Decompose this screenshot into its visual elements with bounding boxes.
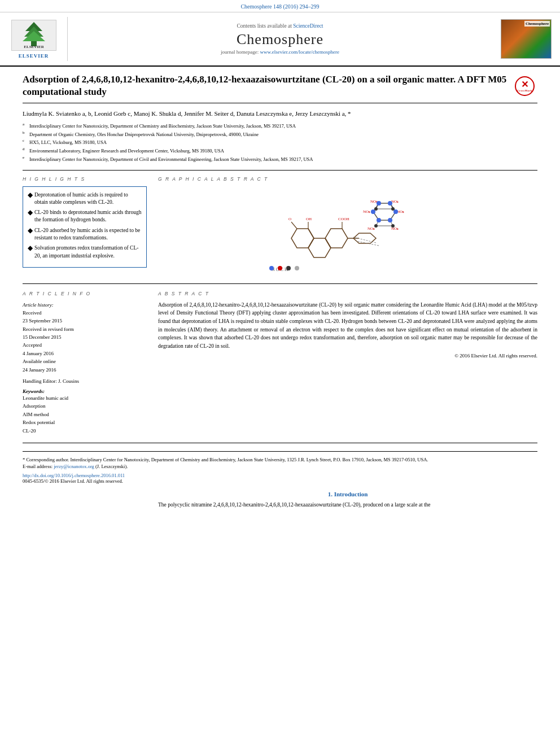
article-info-header: A R T I C L E I N F O bbox=[23, 291, 147, 296]
article-info: A R T I C L E I N F O Article history: R… bbox=[23, 291, 147, 435]
article-history: Article history: Received 23 September 2… bbox=[23, 301, 147, 374]
article-info-abstract-section: A R T I C L E I N F O Article history: R… bbox=[23, 291, 537, 443]
homepage-anchor[interactable]: www.elsevier.com/locate/chemosphere bbox=[260, 49, 339, 55]
intro-right-col: 1. Introduction The polycyclic nitramine… bbox=[158, 491, 537, 509]
email-link[interactable]: jerzy@icnanotox.org bbox=[54, 464, 94, 469]
available-date: 24 January 2016 bbox=[23, 367, 56, 373]
received-date: 23 September 2015 bbox=[23, 318, 62, 324]
elsevier-logo-image: ELSEVIER bbox=[11, 20, 56, 51]
highlights-header: H I G H L I G H T S bbox=[23, 176, 147, 182]
intro-left-col bbox=[23, 491, 147, 509]
graphical-abstract-header: G R A P H I C A L A B S T R A C T bbox=[158, 176, 537, 182]
keywords-title: Keywords: bbox=[23, 388, 147, 394]
page: Chemosphere 148 (2016) 294–299 ELSEVIER … bbox=[0, 0, 560, 747]
highlight-item-3: ◆ CL-20 adsorbed by humic acids is expec… bbox=[28, 227, 142, 242]
elsevier-logo-section: ELSEVIER ELSEVIER bbox=[0, 17, 68, 61]
affil-b-text: Department of Organic Chemistry, Oles Ho… bbox=[29, 131, 259, 138]
intro-number: 1. bbox=[328, 491, 333, 497]
accepted-date: 4 January 2016 bbox=[23, 351, 54, 356]
svg-text:NO₂: NO₂ bbox=[363, 209, 370, 214]
journal-cover: Chemosphere bbox=[492, 17, 560, 61]
crossmark: ✕ CrossMark bbox=[515, 76, 537, 96]
revised-date-row: 15 December 2015 bbox=[23, 333, 147, 341]
affiliation-e: e Interdisciplinary Center for Nanotoxic… bbox=[23, 156, 537, 163]
highlight-text-2: CL-20 binds to deprotonated humic acids … bbox=[34, 209, 142, 224]
intro-text: The polycyclic nitramine 2,4,6,8,10,12-h… bbox=[158, 501, 537, 509]
handling-editor-text: Handling Editor: J. Cousins bbox=[23, 378, 79, 384]
abstract-header: A B S T R A C T bbox=[158, 291, 537, 296]
highlight-text-1: Deprotonation of humic acids is required… bbox=[34, 191, 142, 207]
handling-editor: Handling Editor: J. Cousins bbox=[23, 378, 147, 384]
svg-point-42 bbox=[391, 207, 395, 211]
revised-label-row: Received in revised form bbox=[23, 325, 147, 333]
svg-point-38 bbox=[393, 209, 398, 214]
svg-point-49 bbox=[278, 266, 282, 270]
homepage-link: journal homepage: www.elsevier.com/locat… bbox=[221, 49, 339, 55]
keyword-3: AIM method bbox=[23, 410, 147, 418]
svg-point-40 bbox=[388, 218, 392, 222]
intro-title: Introduction bbox=[334, 491, 368, 497]
highlight-text-3: CL-20 adsorbed by humic acids is expecte… bbox=[34, 227, 142, 242]
highlights-box: ◆ Deprotonation of humic acids is requir… bbox=[23, 186, 147, 268]
received-row: Received bbox=[23, 309, 147, 317]
svg-point-39 bbox=[377, 218, 381, 222]
intro-heading: 1. Introduction bbox=[158, 491, 537, 497]
crossmark-cross-symbol: ✕ bbox=[521, 80, 528, 89]
affil-c-text: HX5, LLC, Vicksburg, MS 39180, USA bbox=[29, 139, 107, 146]
bullet-4: ◆ bbox=[28, 244, 32, 251]
highlight-text-4: Solvation promotes redox transformation … bbox=[34, 244, 142, 260]
journal-header: ELSEVIER ELSEVIER Contents lists availab… bbox=[0, 12, 560, 67]
svg-point-48 bbox=[269, 266, 274, 270]
footer-copyright: 0045-6535/© 2016 Elsevier Ltd. All right… bbox=[23, 478, 537, 484]
molecule-svg: O OH COOH bbox=[269, 189, 427, 274]
abstract-copyright: © 2016 Elsevier Ltd. All rights reserved… bbox=[158, 353, 537, 359]
available-date-row: 24 January 2016 bbox=[23, 366, 147, 374]
cover-label: Chemosphere bbox=[524, 21, 550, 27]
highlight-item-1: ◆ Deprotonation of humic acids is requir… bbox=[28, 191, 142, 207]
doi-link[interactable]: http://dx.doi.org/10.1016/j.chemosphere.… bbox=[23, 473, 537, 478]
accepted-label: Accepted bbox=[23, 342, 42, 348]
journal-reference-text: Chemosphere 148 (2016) 294–299 bbox=[240, 3, 319, 10]
accepted-label-row: Accepted bbox=[23, 341, 147, 349]
corresponding-author-note: * Corresponding author. Interdisciplinar… bbox=[23, 456, 537, 464]
svg-point-35 bbox=[377, 201, 381, 206]
introduction-section: 1. Introduction The polycyclic nitramine… bbox=[23, 491, 537, 509]
svg-text:OH: OH bbox=[306, 217, 312, 221]
accepted-date-row: 4 January 2016 bbox=[23, 350, 147, 357]
svg-point-50 bbox=[286, 266, 291, 270]
revised-label: Received in revised form bbox=[23, 326, 74, 332]
article-title-section: Adsorption of 2,4,6,8,10,12-hexanitro-2,… bbox=[23, 73, 537, 103]
keyword-1: Leonardite humic acid bbox=[23, 394, 147, 402]
keyword-5: CL-20 bbox=[23, 427, 147, 435]
doi-anchor[interactable]: http://dx.doi.org/10.1016/j.chemosphere.… bbox=[23, 473, 125, 478]
authors-text: Liudmyla K. Sviatenko a, b, Leonid Gorb … bbox=[23, 110, 351, 117]
svg-point-37 bbox=[371, 209, 375, 214]
available-label: Available online bbox=[23, 359, 56, 364]
bullet-2: ◆ bbox=[28, 209, 32, 216]
science-direct-anchor[interactable]: ScienceDirect bbox=[293, 23, 323, 29]
authors: Liudmyla K. Sviatenko a, b, Leonid Gorb … bbox=[23, 109, 537, 119]
journal-name: Chemosphere bbox=[237, 31, 323, 48]
svg-point-41 bbox=[374, 207, 378, 211]
affiliation-a: a Interdisciplinary Center for Nanotoxic… bbox=[23, 123, 537, 130]
affiliation-c: c HX5, LLC, Vicksburg, MS 39180, USA bbox=[23, 139, 537, 146]
affil-a-text: Interdisciplinary Center for Nanotoxicit… bbox=[29, 123, 296, 130]
highlights-graphical-section: H I G H L I G H T S ◆ Deprotonation of h… bbox=[23, 176, 537, 284]
svg-point-44 bbox=[391, 224, 395, 228]
bullet-1: ◆ bbox=[28, 191, 32, 198]
affiliations: a Interdisciplinary Center for Nanotoxic… bbox=[23, 123, 537, 171]
history-label: Article history: bbox=[23, 301, 147, 309]
highlight-item-4: ◆ Solvation promotes redox transformatio… bbox=[28, 244, 142, 260]
svg-text:NO₂: NO₂ bbox=[368, 226, 375, 231]
abstract-text: Adsorption of 2,4,6,8,10,12-hexanitro-2,… bbox=[158, 301, 537, 351]
elsevier-tree-svg: ELSEVIER bbox=[14, 21, 54, 49]
keyword-2: Adsorption bbox=[23, 402, 147, 410]
svg-text:O: O bbox=[288, 217, 291, 221]
highlights-section: H I G H L I G H T S ◆ Deprotonation of h… bbox=[23, 176, 147, 277]
svg-point-43 bbox=[374, 224, 378, 228]
crossmark-text: CrossMark bbox=[517, 89, 532, 92]
keywords-section: Keywords: Leonardite humic acid Adsorpti… bbox=[23, 388, 147, 435]
available-label-row: Available online bbox=[23, 357, 147, 365]
graphical-abstract-image: O OH COOH bbox=[158, 186, 537, 277]
journal-reference: Chemosphere 148 (2016) 294–299 bbox=[0, 0, 560, 12]
